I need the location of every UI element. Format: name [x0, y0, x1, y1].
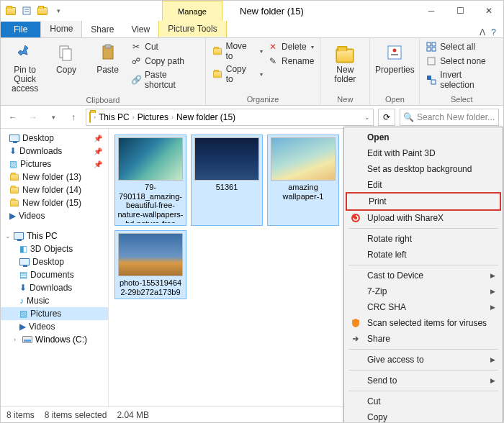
cm-give-access[interactable]: Give access to▶ [346, 352, 501, 368]
submenu-arrow-icon: ▶ [490, 304, 495, 311]
move-to-button[interactable]: Move to▾ [212, 41, 263, 61]
downloads-icon: ⬇ [9, 146, 17, 156]
cm-set-background[interactable]: Set as desktop background [346, 161, 501, 177]
svg-point-17 [351, 214, 360, 222]
group-clipboard-label: Clipboard [6, 94, 199, 104]
cm-edit[interactable]: Edit [346, 177, 501, 193]
move-to-icon [212, 45, 223, 57]
select-all-button[interactable]: Select all [426, 41, 498, 53]
nav-documents[interactable]: ▤Documents [1, 268, 108, 281]
nav-pictures[interactable]: ▧Pictures📌 [1, 158, 108, 170]
nav-desktop2[interactable]: Desktop [1, 255, 108, 268]
copy-path-button[interactable]: ☍Copy path [130, 55, 199, 67]
nav-this-pc[interactable]: ⌄This PC [1, 229, 108, 242]
file-name: photo-155319464 2-29b272a173b9 [117, 278, 184, 296]
cm-7zip[interactable]: 7-Zip▶ [346, 283, 501, 299]
paste-label: Paste [96, 65, 119, 75]
cm-upload-sharex[interactable]: Upload with ShareX [346, 210, 501, 226]
bc-pictures[interactable]: Pictures [138, 112, 168, 122]
cm-rotate-right[interactable]: Rotate right [346, 231, 501, 247]
cut-button[interactable]: ✂Cut [130, 41, 199, 53]
cm-send-to[interactable]: Send to▶ [346, 373, 501, 388]
cm-crc[interactable]: CRC SHA▶ [346, 299, 501, 315]
chevron-right-icon[interactable]: › [92, 114, 97, 121]
cm-open[interactable]: Open [346, 129, 501, 145]
new-folder-icon [333, 41, 356, 64]
nav-nf15[interactable]: New folder (15) [1, 196, 108, 209]
cm-edit-paint3d[interactable]: Edit with Paint 3D [346, 145, 501, 161]
file-tile[interactable]: 79-790118_amazing-beautiful-free-nature-… [114, 135, 186, 226]
tab-file[interactable]: File [1, 22, 40, 37]
chevron-right-icon[interactable]: › [14, 336, 19, 343]
maximize-button[interactable]: ☐ [446, 1, 474, 21]
up-button[interactable]: ↑ [66, 109, 81, 125]
search-icon: 🔍 [403, 112, 414, 122]
qat-dropdown-icon[interactable]: ▾ [53, 5, 64, 17]
copy-to-button[interactable]: Copy to▾ [212, 64, 263, 84]
cm-print[interactable]: Print [347, 194, 500, 209]
select-none-icon [426, 55, 437, 67]
invert-selection-button[interactable]: Invert selection [426, 70, 498, 90]
ribbon-collapse-icon[interactable]: ᐱ [480, 27, 485, 37]
thumbnail [118, 233, 183, 276]
cm-scan[interactable]: Scan selected items for viruses [346, 315, 501, 331]
cm-cut[interactable]: Cut [346, 394, 501, 409]
nav-downloads2[interactable]: ⬇Downloads [1, 281, 108, 294]
cm-share[interactable]: Share [346, 331, 501, 347]
minimize-button[interactable]: ─ [417, 1, 446, 21]
nav-nf13[interactable]: New folder (13) [1, 170, 108, 183]
delete-button[interactable]: ✕Delete▾ [267, 41, 314, 53]
cm-cast[interactable]: Cast to Device▶ [346, 268, 501, 283]
bc-current[interactable]: New folder (15) [176, 112, 235, 122]
bc-this-pc[interactable]: This PC [99, 112, 130, 122]
forward-button[interactable]: → [25, 109, 41, 125]
chevron-down-icon[interactable]: ⌄ [5, 232, 11, 240]
nav-videos2[interactable]: ▶Videos [1, 320, 108, 333]
copy-button[interactable]: Copy [48, 41, 84, 75]
file-tile[interactable]: amazing wallpaper-1 [267, 135, 339, 226]
nav-desktop[interactable]: Desktop📌 [1, 132, 108, 145]
chevron-right-icon[interactable]: › [131, 114, 136, 121]
breadcrumb[interactable]: › This PC › Pictures › New folder (15) ⌄ [86, 109, 374, 126]
chevron-right-icon[interactable]: › [170, 114, 175, 121]
paste-shortcut-button[interactable]: 🔗Paste shortcut [130, 70, 199, 90]
help-icon[interactable]: ? [491, 27, 496, 37]
close-button[interactable]: ✕ [474, 1, 503, 21]
cm-rotate-left[interactable]: Rotate left [346, 247, 501, 263]
paste-button[interactable]: Paste [89, 41, 126, 75]
refresh-button[interactable]: ⟳ [378, 109, 395, 126]
tab-share[interactable]: Share [82, 22, 122, 37]
svg-rect-12 [427, 47, 431, 51]
pin-quick-access-button[interactable]: Pin to Quick access [6, 41, 43, 94]
nav-nf14[interactable]: New folder (14) [1, 183, 108, 196]
submenu-arrow-icon: ▶ [490, 288, 495, 295]
back-button[interactable]: ← [5, 109, 21, 125]
select-none-button[interactable]: Select none [426, 55, 498, 67]
qat-newfolder-icon[interactable] [37, 5, 48, 17]
recent-locations-button[interactable]: ▾ [45, 109, 61, 125]
svg-rect-10 [427, 42, 431, 46]
copy-to-icon [212, 68, 223, 80]
cm-copy[interactable]: Copy [346, 409, 501, 423]
nav-pictures2[interactable]: ▧Pictures [1, 307, 108, 320]
paste-shortcut-icon: 🔗 [130, 74, 142, 86]
music-icon: ♪ [19, 296, 24, 306]
nav-music[interactable]: ♪Music [1, 294, 108, 307]
pin-icon: 📌 [94, 160, 105, 168]
search-input[interactable]: 🔍 Search New folder... [400, 109, 499, 126]
nav-downloads[interactable]: ⬇Downloads📌 [1, 145, 108, 158]
nav-3d-objects[interactable]: ◧3D Objects [1, 242, 108, 255]
nav-windows-c[interactable]: ›Windows (C:) [1, 333, 108, 346]
qat-properties-icon[interactable] [21, 5, 32, 17]
status-selected-count: 8 items selected [45, 410, 107, 420]
file-tile[interactable]: 51361 [191, 135, 263, 226]
tab-picture-tools[interactable]: Picture Tools [158, 20, 226, 37]
properties-button[interactable]: Properties [376, 41, 413, 75]
tab-view[interactable]: View [122, 22, 158, 37]
rename-button[interactable]: ✎Rename [267, 55, 314, 67]
breadcrumb-dropdown-icon[interactable]: ⌄ [364, 114, 370, 121]
nav-videos[interactable]: ▶Videos [1, 209, 108, 222]
tab-home[interactable]: Home [40, 20, 82, 37]
new-folder-button[interactable]: New folder [326, 41, 364, 84]
file-tile[interactable]: photo-155319464 2-29b272a173b9 [114, 230, 186, 299]
